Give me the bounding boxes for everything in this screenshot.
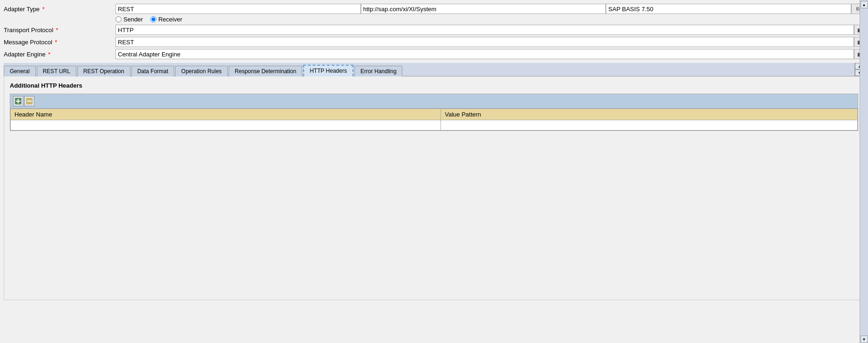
adapter-engine-field: ▦ (115, 49, 864, 59)
adapter-type-fields: ⎘ (115, 4, 864, 14)
table-header-row: Header Name Value Pattern (11, 109, 858, 120)
adapter-type-input[interactable] (115, 4, 361, 14)
svg-rect-4 (27, 101, 32, 102)
table-row (11, 120, 858, 130)
adapter-type-label: Adapter Type * (4, 6, 115, 13)
transport-protocol-label: Transport Protocol * (4, 27, 115, 34)
scroll-down-btn[interactable]: ▼ (861, 336, 868, 343)
adapter-namespace-input[interactable] (361, 4, 606, 14)
column-header-name: Header Name (11, 109, 441, 120)
column-header-value: Value Pattern (441, 109, 858, 120)
delete-icon (26, 97, 33, 105)
sender-receiver-row: Sender Receiver (4, 16, 864, 23)
message-required: * (55, 39, 57, 46)
message-protocol-row: Message Protocol * ▦ (4, 37, 864, 47)
adapter-engine-label: Adapter Engine * (4, 51, 115, 58)
sender-radio[interactable] (115, 16, 122, 22)
sender-radio-label[interactable]: Sender (115, 16, 143, 23)
section-title: Additional HTTP Headers (10, 82, 858, 89)
message-protocol-input[interactable] (115, 37, 854, 47)
adapter-type-required: * (42, 6, 45, 13)
tab-operation-rules[interactable]: Operation Rules (175, 66, 228, 76)
http-headers-table: Header Name Value Pattern (10, 109, 858, 130)
tab-general[interactable]: General (4, 66, 36, 76)
message-protocol-field: ▦ (115, 37, 864, 47)
adapter-engine-input[interactable] (115, 49, 854, 59)
add-row-button[interactable] (13, 96, 23, 106)
table-wrapper: Header Name Value Pattern (10, 108, 858, 131)
receiver-radio[interactable] (150, 16, 156, 22)
adapter-version-input[interactable] (606, 4, 851, 14)
transport-protocol-input[interactable] (115, 25, 854, 35)
value-pattern-cell[interactable] (441, 120, 858, 130)
transport-protocol-row: Transport Protocol * ▦ (4, 25, 864, 35)
table-toolbar (10, 94, 858, 108)
adapter-type-row: Adapter Type * ⎘ (4, 4, 864, 14)
main-container: Adapter Type * ⎘ Sender Receiver Transpo… (0, 0, 868, 343)
content-area: Additional HTTP Headers (4, 76, 864, 300)
transport-protocol-field: ▦ (115, 25, 864, 35)
tabs-container: General REST URL REST Operation Data For… (4, 63, 864, 76)
tab-rest-url[interactable]: REST URL (37, 66, 76, 76)
scroll-up-btn[interactable]: ▲ (861, 1, 868, 8)
right-scrollbar: ▲ ▼ (860, 0, 868, 343)
delete-row-button[interactable] (24, 96, 34, 106)
tab-error-handling[interactable]: Error Handling (354, 66, 402, 76)
header-name-cell[interactable] (11, 120, 441, 130)
svg-rect-2 (16, 101, 20, 102)
tab-data-format[interactable]: Data Format (131, 66, 175, 76)
transport-required: * (56, 27, 58, 34)
message-protocol-label: Message Protocol * (4, 39, 115, 46)
add-icon (14, 97, 22, 105)
tab-response-determination[interactable]: Response Determination (229, 66, 302, 76)
tab-rest-operation[interactable]: REST Operation (77, 66, 130, 76)
receiver-radio-label[interactable]: Receiver (150, 16, 182, 23)
adapter-engine-row: Adapter Engine * ▦ (4, 49, 864, 59)
tab-http-headers[interactable]: HTTP Headers (303, 65, 353, 76)
engine-required: * (48, 51, 50, 58)
